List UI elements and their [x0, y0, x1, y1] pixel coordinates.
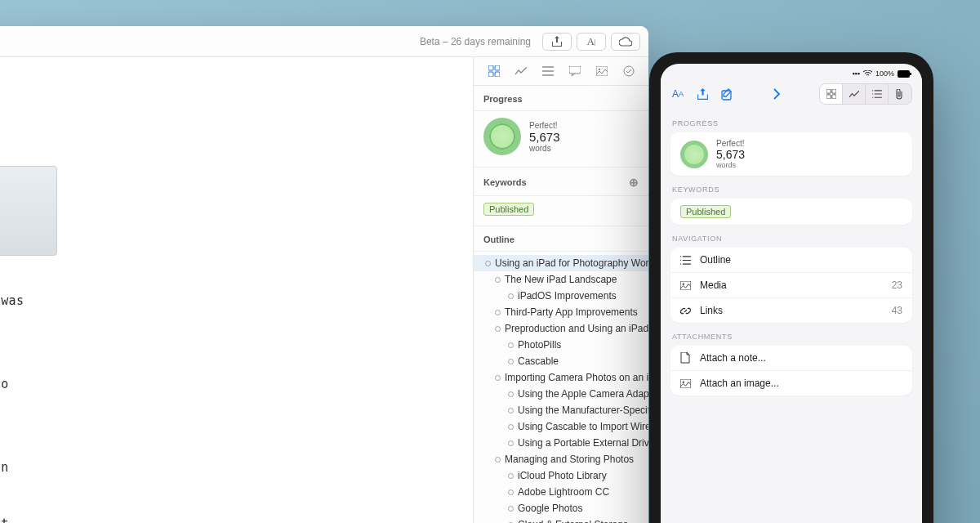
outline-item[interactable]: The New iPad Landscape: [474, 271, 648, 288]
outline-item[interactable]: Using the Apple Camera Adapt...: [474, 386, 648, 402]
document-title: Photography Workflows: A Complete Guide …: [0, 106, 432, 128]
share-button[interactable]: [695, 87, 710, 101]
ipad-body: PROGRESS Perfect! 5,673 words KEYWORDS P…: [661, 110, 922, 523]
outline-item[interactable]: iPadOS Improvements: [474, 288, 648, 304]
list-item-count: 43: [892, 305, 902, 316]
link-icon: [680, 306, 692, 316]
progress-ring-icon: [680, 141, 708, 168]
outline-bullet-icon: [508, 391, 514, 397]
svg-rect-13: [826, 95, 831, 99]
outline-item[interactable]: Adobe Lightroom CC: [474, 484, 648, 500]
signal-icon: ▪▪▪: [852, 69, 860, 78]
tab-media[interactable]: [592, 61, 612, 81]
tab-review[interactable]: [619, 61, 639, 81]
forward-button[interactable]: [769, 87, 784, 101]
outline-item-label: Using Cascable to Import Wirel...: [518, 421, 648, 432]
wifi-icon: [863, 70, 872, 77]
svg-rect-12: [831, 89, 835, 93]
paperclip-icon: [896, 89, 904, 100]
tab-stats[interactable]: [511, 61, 531, 81]
ipad-statusbar: ▪▪▪ 100%: [661, 64, 922, 78]
list-item-count: 23: [892, 279, 902, 291]
seg-attach[interactable]: [889, 84, 911, 104]
ipad-toolbar: AA: [661, 78, 922, 110]
outline-header: Outline: [474, 226, 648, 252]
ipad-frame: ▪▪▪ 100% AA: [649, 52, 933, 523]
share-icon: [552, 36, 562, 47]
outline-item-label: Managing and Storing Photos: [505, 454, 634, 465]
list-icon: [542, 66, 554, 76]
word-count: 5,673: [529, 130, 560, 144]
seg-stats[interactable]: [843, 84, 866, 104]
svg-rect-15: [680, 281, 691, 290]
svg-rect-3: [495, 72, 500, 77]
list-item-label: Links: [700, 305, 723, 316]
outline-item-label: Preproduction and Using an iPad...: [505, 323, 648, 334]
outline-item[interactable]: Using an iPad for Photography Wor...: [474, 255, 648, 271]
list-item[interactable]: Attach an image...: [670, 371, 912, 396]
battery-icon: [898, 70, 912, 78]
tab-dashboard[interactable]: [484, 61, 504, 81]
navigation-card: OutlineMedia23Links43: [670, 248, 912, 323]
outline-item-label: Cloud & External Storage: [518, 519, 628, 523]
compose-icon: [721, 88, 733, 101]
outline-item[interactable]: Cascable: [474, 353, 648, 369]
outline-item-label: Google Photos: [518, 503, 582, 514]
list-icon: [680, 256, 692, 265]
keyword-chip[interactable]: Published: [680, 205, 731, 218]
svg-rect-0: [488, 65, 493, 70]
text-style-button[interactable]: AA: [670, 87, 685, 101]
outline-item[interactable]: Managing and Storing Photos: [474, 451, 648, 467]
tab-comments[interactable]: [565, 61, 585, 81]
svg-rect-2: [488, 72, 493, 77]
outline-item[interactable]: iCloud Photo Library: [474, 467, 648, 484]
cloud-icon: [619, 37, 632, 47]
outline-item-label: iPadOS Improvements: [518, 290, 617, 302]
grid-icon: [488, 65, 500, 77]
list-item[interactable]: Media23: [670, 273, 912, 298]
add-keyword-button[interactable]: ⊕: [629, 176, 639, 189]
text-style-button[interactable]: A|: [577, 33, 606, 51]
tab-outline[interactable]: [538, 61, 558, 81]
image-icon: [596, 66, 608, 76]
outline-item-label: Cascable: [518, 355, 559, 367]
progress-status: Perfect!: [716, 139, 745, 148]
outline-item[interactable]: Using the Manufacturer-Specifi...: [474, 402, 648, 418]
progress-header: Progress: [474, 86, 648, 111]
outline-item[interactable]: Third-Party App Improvements: [474, 304, 648, 320]
list-item[interactable]: Outline: [670, 248, 912, 273]
list-icon: [872, 90, 882, 98]
seg-dashboard[interactable]: [820, 84, 843, 104]
keyword-chip[interactable]: Published: [483, 203, 534, 216]
outline-item[interactable]: PhotoPills: [474, 337, 648, 353]
keywords-card: Published: [670, 199, 912, 225]
outline-item[interactable]: Preproduction and Using an iPad...: [474, 320, 648, 337]
attachments-card: Attach a note...Attach an image...: [670, 346, 912, 396]
svg-point-6: [598, 69, 599, 70]
outline-bullet-icon: [508, 342, 514, 348]
list-item[interactable]: Attach a note...: [670, 346, 912, 371]
body-text: ich we're finally seeing take shape, is …: [0, 516, 9, 523]
outline-item[interactable]: Importing Camera Photos on an i...: [474, 369, 648, 386]
outline-bullet-icon: [508, 359, 514, 364]
outline-bullet-icon: [495, 375, 501, 381]
check-badge-icon: [623, 65, 635, 77]
outline-item[interactable]: Cloud & External Storage: [474, 516, 648, 523]
list-item[interactable]: Links43: [670, 298, 912, 323]
outline-bullet-icon: [508, 489, 514, 495]
outline-item[interactable]: Using Cascable to Import Wirel...: [474, 418, 648, 435]
compose-button[interactable]: [719, 87, 734, 101]
seg-outline[interactable]: [866, 84, 889, 104]
outline-item-label: Using the Manufacturer-Specifi...: [518, 405, 648, 416]
outline-bullet-icon: [508, 424, 514, 430]
mac-window: Beta – 26 days remaining A| Photography …: [0, 26, 648, 523]
outline-item[interactable]: Google Photos: [474, 500, 648, 516]
svg-rect-8: [898, 70, 910, 78]
share-button[interactable]: [542, 33, 572, 51]
outline-item-label: Using the Apple Camera Adapt...: [518, 388, 648, 400]
outline-item[interactable]: Using a Portable External Drive: [474, 435, 648, 451]
outline-list[interactable]: Using an iPad for Photography Wor...The …: [474, 252, 648, 523]
cloud-button[interactable]: [611, 33, 640, 51]
body-text: blished this guide in early 2018, the iP…: [0, 293, 24, 308]
editor-pane[interactable]: Photography Workflows: A Complete Guide …: [0, 57, 473, 523]
